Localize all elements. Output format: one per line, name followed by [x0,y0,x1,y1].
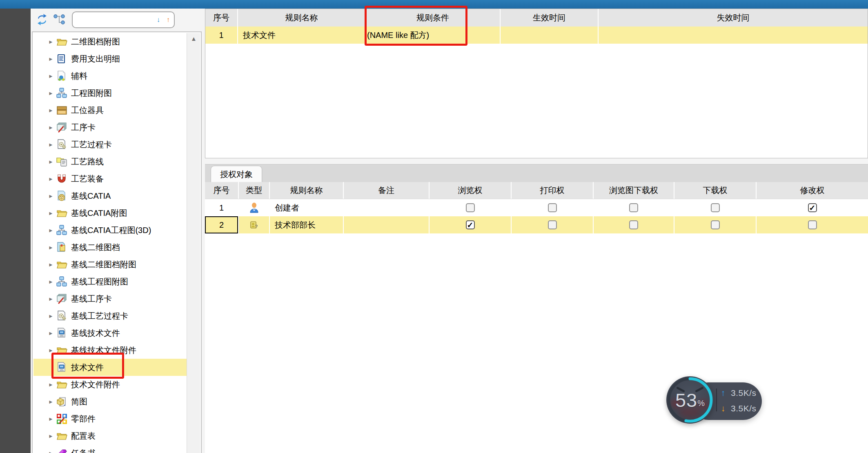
expand-arrow-icon[interactable]: ► [48,176,56,182]
tree-item-label: 基线CATIA附图 [71,208,127,219]
tree-view-icon[interactable] [52,12,67,27]
tree-item-label: 基线CATIA [71,191,111,202]
print-permission-cell [512,199,594,216]
tree-item-label: 配置表 [71,431,96,442]
tree-item-基线CATIA工程图(3D)[interactable]: ►基线CATIA工程图(3D) [33,222,188,239]
tree-item-基线工艺过程卡[interactable]: ►基线工艺过程卡 [33,307,188,324]
search-prev-button[interactable]: ↑ [164,16,172,24]
cube-page-icon [56,396,69,407]
auth-no-cell[interactable]: 2 [205,216,239,233]
upload-speed-value: 3.5K/s [731,388,757,398]
tree-item-基线二维图档[interactable]: ►基线二维图档 [33,239,188,256]
tree-item-二维图档附图[interactable]: ►二维图档附图 [33,33,188,50]
tree-item-基线工程图附图[interactable]: ►基线工程图附图 [33,273,188,290]
expand-arrow-icon[interactable]: ► [48,124,56,131]
auth-col-header-类型: 类型 [239,182,270,199]
auth-no-cell[interactable]: 1 [205,199,239,216]
tree-item-辅料[interactable]: ►辅料 [33,67,188,84]
folder-icon [56,207,69,219]
rule-name: 技术文件 [238,27,366,44]
rules-col-header-规则条件: 规则条件 [366,9,501,27]
page-cube-icon [56,190,69,202]
squares-icon [56,413,69,424]
auth-table-row[interactable]: 1创建者✓ [205,199,868,216]
auth-table-row[interactable]: 2?技术部部长✓ [205,216,868,233]
expand-arrow-icon[interactable]: ► [48,210,56,216]
tree-item-技术文件[interactable]: 技术文件 [33,359,188,376]
thumbnail-download-permission-checkbox[interactable] [629,203,638,212]
expand-arrow-icon[interactable]: ► [48,193,56,199]
tree-item-工位器具[interactable]: ►工位器具 [33,102,188,119]
expand-arrow-icon[interactable]: ► [48,279,56,285]
expand-arrow-icon[interactable]: ► [48,90,56,96]
tree-item-label: 工程图附图 [71,88,112,99]
tree-item-工艺路线[interactable]: ►工艺路线 [33,153,188,170]
scrollbar-up-arrow-icon[interactable]: ▲ [187,35,200,46]
expand-arrow-icon[interactable]: ► [48,416,56,422]
rules-table-header: 序号规则名称规则条件生效时间失效时间 [205,9,868,27]
search-next-button[interactable]: ↓ [154,16,162,24]
tree-scrollbar[interactable]: ▲ [187,33,200,453]
expand-arrow-icon[interactable]: ► [48,227,56,233]
tree-item-基线CATIA[interactable]: ►基线CATIA [33,187,188,204]
search-input[interactable] [73,16,154,24]
expand-arrow-icon[interactable]: ► [48,330,56,336]
download-permission-checkbox[interactable] [711,220,720,229]
expand-arrow-icon[interactable]: ► [48,244,56,251]
tree-item-基线二维图档附图[interactable]: ►基线二维图档附图 [33,256,188,273]
boost-percent: 53% [666,376,714,424]
rules-table-row[interactable]: 1技术文件(NAME like 配方) [205,27,868,44]
rules-col-header-规则名称: 规则名称 [238,9,366,27]
modify-permission-checkbox[interactable] [808,220,817,229]
tree-item-任务书[interactable]: ►任务书 [33,444,188,453]
tree-item-技术文件附件[interactable]: ►技术文件附件 [33,376,188,393]
tree-item-基线工序卡[interactable]: ►基线工序卡 [33,290,188,307]
tree-item-label: 技术文件附件 [71,379,120,390]
tree-item-零部件[interactable]: ►零部件 [33,410,188,427]
print-permission-checkbox[interactable] [548,203,557,212]
download-permission-checkbox[interactable] [711,203,720,212]
expand-arrow-icon[interactable]: ► [48,159,56,165]
tree-item-label: 基线工程图附图 [71,276,128,287]
net-speed-widget[interactable]: 53% ↑ 3.5K/s ↓ 3.5K/s [666,376,763,424]
tree-item-label: 基线工序卡 [71,293,112,304]
expand-arrow-icon[interactable]: ► [48,39,56,45]
thumbnail-download-permission-checkbox[interactable] [629,220,638,229]
expand-arrow-icon[interactable]: ► [48,296,56,302]
tree-item-label: 技术文件 [71,362,104,373]
expand-arrow-icon[interactable]: ► [48,262,56,268]
modify-permission-cell: ✓ [757,199,868,216]
tree-item-工序卡[interactable]: ►工序卡 [33,119,188,136]
view-permission-checkbox[interactable] [466,203,475,212]
tree-item-配置表[interactable]: ►配置表 [33,427,188,444]
tree-item-基线CATIA附图[interactable]: ►基线CATIA附图 [33,204,188,222]
expand-arrow-icon[interactable]: ► [48,399,56,405]
expand-arrow-icon[interactable]: ► [48,313,56,319]
folder-icon [56,344,69,356]
expand-arrow-icon[interactable]: ► [48,107,56,113]
hierarchy-icon [56,87,69,99]
expand-arrow-icon[interactable]: ► [48,56,56,62]
expand-arrow-icon[interactable]: ► [48,382,56,388]
tree-item-费用支出明细[interactable]: ►费用支出明细 [33,50,188,67]
tree-item-工艺过程卡[interactable]: ►工艺过程卡 [33,136,188,153]
print-permission-checkbox[interactable] [548,220,557,229]
doc-icon [56,53,69,64]
tree-item-工程图附图[interactable]: ►工程图附图 [33,84,188,102]
expand-arrow-icon[interactable]: ► [48,142,56,148]
tree-item-简图[interactable]: ►简图 [33,393,188,410]
refresh-icon[interactable] [35,12,49,27]
expand-arrow-icon[interactable]: ► [48,347,56,353]
expand-arrow-icon[interactable]: ► [48,73,56,79]
tree-item-基线技术文件附件[interactable]: ►基线技术文件附件 [33,342,188,359]
expand-arrow-icon[interactable]: ► [48,433,56,439]
auth-col-header-打印权: 打印权 [512,182,594,199]
boost-percent-value: 53 [675,389,697,411]
folder-icon [56,379,69,390]
modify-permission-checkbox[interactable]: ✓ [808,203,817,212]
expand-arrow-icon[interactable]: ► [48,450,56,453]
tab-authorized-objects[interactable]: 授权对象 [211,166,262,182]
tree-item-基线技术文件[interactable]: ►基线技术文件 [33,324,188,342]
tree-item-工艺装备[interactable]: ►工艺装备 [33,170,188,187]
view-permission-checkbox[interactable]: ✓ [466,220,475,229]
